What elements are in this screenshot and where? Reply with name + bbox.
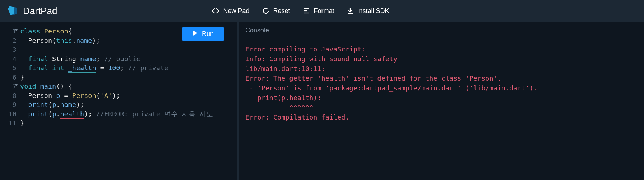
main: Run 1234567891011 class Person{ Person(t…	[0, 22, 644, 180]
format-button[interactable]: Format	[303, 7, 334, 15]
line-number: 6	[0, 73, 17, 82]
line-number: 8	[0, 91, 17, 100]
code-line[interactable]: final int _health = 100; // private	[20, 63, 213, 73]
console-output: Error compiling to JavaScript: Info: Com…	[245, 44, 638, 122]
new-pad-button[interactable]: New Pad	[212, 7, 249, 15]
fold-icon[interactable]	[14, 29, 18, 31]
install-sdk-label: Install SDK	[357, 7, 389, 15]
line-number: 10	[0, 109, 17, 119]
gutter: 1234567891011	[0, 27, 20, 128]
format-icon	[303, 8, 310, 14]
code-line[interactable]: final String name; // public	[20, 54, 213, 64]
code-line[interactable]: }	[20, 73, 213, 82]
code-line[interactable]: void main() {	[20, 82, 213, 91]
console-title: Console	[245, 27, 638, 34]
line-number: 9	[0, 100, 17, 109]
line-number: 2	[0, 36, 17, 45]
play-icon	[193, 30, 198, 38]
console-pane: Console Error compiling to JavaScript: I…	[239, 22, 644, 180]
run-label: Run	[202, 30, 214, 38]
install-sdk-button[interactable]: Install SDK	[347, 7, 389, 15]
code-line[interactable]: }	[20, 118, 213, 128]
reset-button[interactable]: Reset	[262, 7, 290, 15]
reset-icon	[262, 7, 269, 14]
line-number: 3	[0, 45, 17, 54]
format-label: Format	[314, 7, 334, 15]
code-line[interactable]: print(p.name);	[20, 100, 213, 109]
svg-marker-7	[193, 30, 198, 36]
code-editor[interactable]: 1234567891011 class Person{ Person(this.…	[0, 27, 237, 128]
code-line[interactable]	[20, 45, 213, 54]
dart-logo-icon	[7, 5, 18, 16]
line-number: 1	[0, 27, 17, 36]
code-icon	[212, 8, 219, 14]
run-button[interactable]: Run	[182, 27, 224, 41]
code-line[interactable]: Person p = Person('A');	[20, 91, 213, 100]
line-number: 5	[0, 63, 17, 73]
header: DartPad New Pad Reset Format Install SDK	[0, 0, 644, 22]
app-title: DartPad	[23, 5, 57, 17]
logo[interactable]: DartPad	[7, 5, 57, 17]
new-pad-label: New Pad	[223, 7, 249, 15]
line-number: 7	[0, 82, 17, 91]
code-line[interactable]: print(p.health); //ERROR: private 변수 사용 …	[20, 109, 213, 119]
fold-icon[interactable]	[14, 84, 18, 86]
line-number: 11	[0, 118, 17, 128]
line-number: 4	[0, 54, 17, 64]
toolbar: New Pad Reset Format Install SDK	[212, 7, 389, 15]
code-content[interactable]: class Person{ Person(this.name); final S…	[20, 27, 213, 128]
download-icon	[347, 7, 353, 14]
reset-label: Reset	[273, 7, 290, 15]
editor-pane: Run 1234567891011 class Person{ Person(t…	[0, 22, 237, 180]
